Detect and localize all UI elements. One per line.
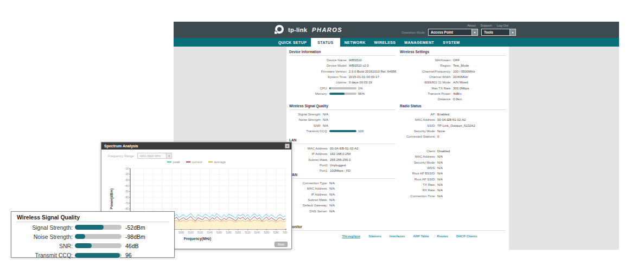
info-row: WDS:N/A (400, 165, 506, 171)
field-label: DNS Server: (289, 210, 328, 213)
field-value: N/A (437, 189, 443, 192)
field-label: MAC Address: (400, 118, 436, 121)
section-wireless-signal-quality: Wireless Signal Quality Signal Strength:… (289, 104, 396, 134)
operation-mode-select[interactable]: Access Point ▾ (428, 29, 478, 36)
section-wireless-settings: Wireless Settings MAXtream:OFFRegion:Tes… (400, 50, 506, 102)
chart-y-axis-label: Power(dBm) (110, 189, 114, 209)
brand-text: tp-link (288, 27, 307, 33)
svg-text:5260: 5260 (264, 231, 270, 234)
info-row: MAXtream:OFF (400, 57, 506, 63)
field-value: 0 (437, 135, 439, 138)
info-row: SNR:46dB (17, 241, 174, 250)
monitor-link-arp-table[interactable]: ARP Table (413, 235, 429, 238)
info-row: Channel/Frequency:100 / 5500MHz (400, 69, 506, 74)
info-row: Connected Stations:0 (400, 134, 506, 139)
divider (289, 178, 396, 179)
field-value: A/N Mixed (453, 81, 468, 84)
section-title: WAN (289, 173, 396, 178)
info-row: SSID:TP-Link_Outdoor_5102A2 (400, 123, 506, 128)
field-label: MAXtream: (400, 59, 451, 62)
svg-text:5160: 5160 (216, 231, 222, 234)
field-value: N/A (437, 161, 443, 164)
info-row: TX Rate:N/A (400, 182, 506, 187)
field-label: Firmware Version: (289, 70, 347, 73)
field-label: Transmit CCQ: (17, 252, 73, 258)
field-label: Connection Time: (400, 194, 436, 198)
tab-network[interactable]: NETWORK (340, 38, 370, 47)
log-out-link[interactable]: Log Out (497, 24, 508, 27)
info-row: Default Gateway:N/A (289, 203, 396, 208)
field-label: Distance: (400, 98, 451, 101)
frequency-range-select[interactable]: 4900-5900 MHz ▾ (137, 153, 172, 159)
progress-bar (329, 87, 356, 89)
tab-wireless[interactable]: WIRELESS (370, 38, 400, 47)
operation-mode-label: Operation Mode (401, 31, 425, 34)
frequency-range-row: Frequency Range: 4900-5900 MHz ▾ (108, 153, 172, 159)
info-row: Subnet Mask:N/A (289, 197, 396, 203)
tp-link-logo-icon (274, 24, 286, 36)
legend-swatch (167, 161, 171, 163)
legend-item-peak: peak (167, 160, 180, 164)
field-label: SNR: (17, 243, 73, 249)
legend-item-average: average (208, 160, 226, 164)
monitor-link-routes[interactable]: Routes (437, 235, 448, 238)
progress-fill (329, 130, 356, 132)
tab-management[interactable]: MANAGEMENT (400, 38, 438, 47)
info-row: Memory:55% (289, 91, 396, 96)
monitor-link-stations[interactable]: Stations (368, 235, 381, 238)
monitor-link-interfaces[interactable]: Interfaces (390, 235, 405, 238)
about-link[interactable]: About (467, 24, 476, 27)
legend-swatch (186, 161, 190, 163)
info-row: Root AP BSSID:N/A (400, 171, 506, 176)
field-label: Root AP SSID: (400, 178, 436, 181)
spectrum-window-titlebar[interactable]: Spectrum Analysis × (101, 142, 291, 150)
info-row: Noise Strength:N/A (289, 117, 396, 122)
progress-fill (75, 253, 120, 258)
tools-select[interactable]: Tools ▾ (481, 29, 516, 36)
progress-bar (75, 243, 122, 248)
field-label: Transmit Power: (400, 92, 451, 95)
svg-text:5180: 5180 (226, 231, 232, 234)
field-label: Device Model: (289, 64, 347, 67)
field-label: Signal Strength: (17, 224, 73, 231)
app-header: tp-link PHAROS AboutSupportLog Out Opera… (174, 22, 619, 38)
lan-rows: MAC Address:00-0A-EB-51-02-A2IP Address:… (289, 146, 396, 173)
section-title: Radio Status (400, 104, 506, 109)
field-label: SSID: (400, 124, 436, 127)
stop-button[interactable]: Stop (275, 242, 288, 247)
tab-system[interactable]: SYSTEM (438, 38, 464, 47)
tp-link-logo: tp-link PHAROS (274, 24, 342, 36)
field-value: 00-0A-EB-51-02-A2 (437, 118, 466, 121)
info-row: Transmit Power:4dBm (400, 91, 506, 96)
wireless-signal-quality-rows: Signal Strength:N/ANoise Strength:N/ASNR… (289, 112, 396, 134)
field-label: System Time: (289, 75, 347, 79)
tab-quick-setup[interactable]: QUICK SETUP (274, 38, 311, 47)
close-icon[interactable]: × (285, 144, 290, 148)
section-monitor: Monitor ThroughputStationsInterfacesARP … (289, 225, 506, 238)
svg-text:-30: -30 (125, 178, 129, 181)
field-value: N/A (329, 187, 335, 190)
field-value: -52dBm (125, 224, 145, 231)
field-value: N/A (323, 124, 328, 127)
field-label: Port1: (289, 169, 328, 172)
info-row: IEEE802.11 Mode:A/N Mixed (400, 80, 506, 85)
progress-bar (329, 93, 356, 95)
info-row: Connection Time:N/A (400, 193, 506, 198)
field-label: CPU: (289, 87, 328, 90)
chevron-down-icon[interactable]: ▾ (471, 29, 477, 35)
monitor-link-throughput[interactable]: Throughput (342, 235, 360, 238)
svg-text:5280: 5280 (273, 231, 279, 234)
field-label: Channel/Frequency: (400, 70, 451, 73)
chevron-down-icon[interactable]: ▾ (509, 29, 515, 35)
header-links: AboutSupportLog Out (467, 24, 508, 27)
monitor-link-dhcp-clients[interactable]: DHCP Clients (456, 235, 477, 238)
svg-text:5300: 5300 (283, 231, 287, 234)
legend-label: current (192, 160, 202, 164)
support-link[interactable]: Support (481, 24, 492, 27)
svg-text:5080: 5080 (178, 231, 184, 234)
svg-text:-20: -20 (125, 172, 129, 176)
field-value: 100Mbps - FD (330, 169, 350, 172)
frequency-range-value: 4900-5900 MHz (139, 154, 161, 158)
tab-status[interactable]: STATUS (311, 38, 340, 47)
section-title: LAN (289, 138, 396, 143)
